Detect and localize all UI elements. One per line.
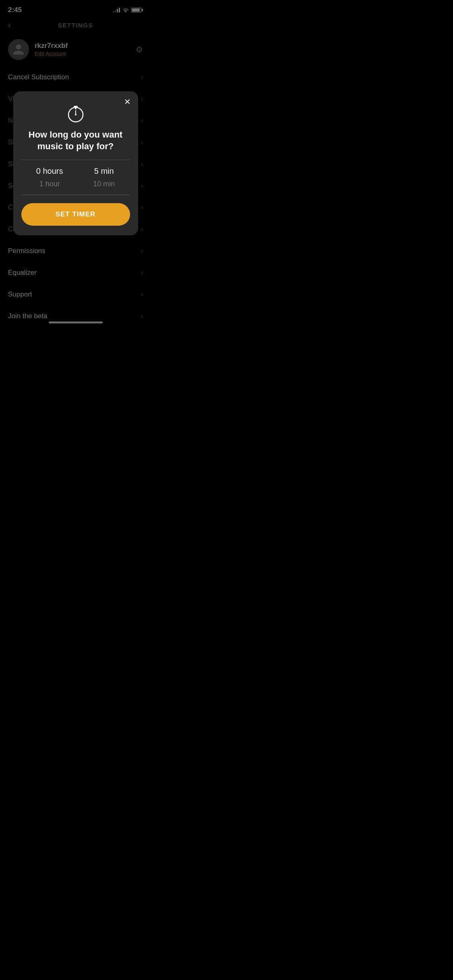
svg-rect-2: [75, 107, 76, 109]
modal-divider-top: [21, 160, 130, 160]
set-timer-button[interactable]: SET TIMER: [21, 203, 130, 226]
modal-divider-bottom: [21, 195, 130, 195]
stopwatch-icon: [66, 103, 85, 124]
modal-overlay[interactable]: ✕ How long do you want music to play for…: [0, 0, 151, 327]
timer-icon-container: [21, 103, 130, 124]
modal-question: How long do you want music to play for?: [21, 129, 130, 152]
minutes-selected[interactable]: 5 min: [94, 167, 114, 176]
hours-next[interactable]: 1 hour: [39, 180, 60, 188]
minutes-next[interactable]: 10 min: [93, 180, 115, 188]
svg-point-4: [75, 114, 77, 115]
hours-picker[interactable]: 0 hours 1 hour: [36, 167, 63, 188]
minutes-picker[interactable]: 5 min 10 min: [93, 167, 115, 188]
hours-selected[interactable]: 0 hours: [36, 167, 63, 176]
modal-close-button[interactable]: ✕: [124, 97, 131, 107]
timer-modal: ✕ How long do you want music to play for…: [13, 91, 138, 235]
time-picker[interactable]: 0 hours 1 hour 5 min 10 min: [21, 167, 130, 188]
svg-rect-1: [74, 106, 78, 107]
